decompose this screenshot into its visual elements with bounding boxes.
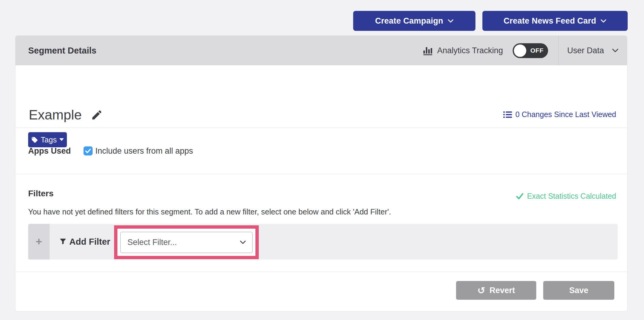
segment-name: Example [29,107,82,123]
add-filter-group[interactable]: Add Filter [59,224,110,260]
save-button-label: Save [569,286,588,295]
toggle-knob [514,44,526,57]
analytics-tracking-label: Analytics Tracking [437,46,503,55]
select-filter-dropdown[interactable]: Select Filter... [120,232,253,253]
add-filter-plus-button[interactable]: + [28,224,50,260]
select-filter-placeholder: Select Filter... [127,238,177,247]
save-button[interactable]: Save [543,281,614,300]
create-news-feed-card-button[interactable]: Create News Feed Card [482,11,628,31]
chevron-down-icon [612,48,619,53]
apps-used-section: Apps Used Include users from all apps [15,128,627,174]
chevron-down-icon [448,19,454,23]
create-news-feed-card-label: Create News Feed Card [504,16,596,26]
annotation-highlight-box: Select Filter... [114,225,259,259]
filters-heading: Filters [28,189,54,198]
revert-button[interactable]: ↺ Revert [456,281,536,300]
segment-name-section: Example 0 Changes Since Last Viewed [15,65,627,128]
card-header: Segment Details [15,36,627,65]
edit-pencil-icon[interactable] [91,109,103,121]
chevron-down-icon [240,240,246,244]
filter-funnel-icon [59,238,67,245]
bar-chart-icon [422,46,433,55]
apps-used-row: Apps Used Include users from all apps [28,128,193,174]
revert-arrow-icon: ↺ [477,286,485,295]
toggle-state-label: OFF [531,47,544,54]
page-title: Segment Details [28,46,97,56]
changes-link-label: 0 Changes Since Last Viewed [515,110,616,119]
card-header-right: Analytics Tracking OFF User Data [422,36,627,65]
segment-details-page: Create Campaign Create News Feed Card Se… [0,0,644,320]
add-filter-label: Add Filter [69,237,110,247]
create-campaign-button[interactable]: Create Campaign [353,11,475,31]
user-data-dropdown[interactable]: User Data [559,36,627,65]
footer-section: ↺ Revert Save [15,272,627,311]
analytics-tracking-group: Analytics Tracking OFF [422,36,558,65]
user-data-label: User Data [567,46,604,55]
exact-statistics-label: Exact Statistics Calculated [527,192,616,201]
filters-instructions: You have not yet defined filters for thi… [28,207,391,216]
chevron-down-icon [600,19,606,23]
list-icon [503,111,512,118]
changes-since-last-viewed-link[interactable]: 0 Changes Since Last Viewed [503,110,616,119]
create-campaign-label: Create Campaign [375,16,443,26]
apps-used-label: Apps Used [28,146,71,156]
analytics-tracking-toggle[interactable]: OFF [513,43,548,58]
filters-section: Filters Exact Statistics Calculated You … [15,174,627,272]
revert-button-label: Revert [489,286,515,295]
check-icon [516,192,524,200]
segment-name-row: Example [29,107,103,123]
add-filter-row: + Add Filter Select Filter... [28,224,618,260]
exact-statistics-status: Exact Statistics Calculated [516,192,616,201]
include-all-apps-label: Include users from all apps [95,146,193,156]
include-all-apps-checkbox[interactable] [84,146,93,155]
segment-details-card: Segment Details [15,35,627,312]
